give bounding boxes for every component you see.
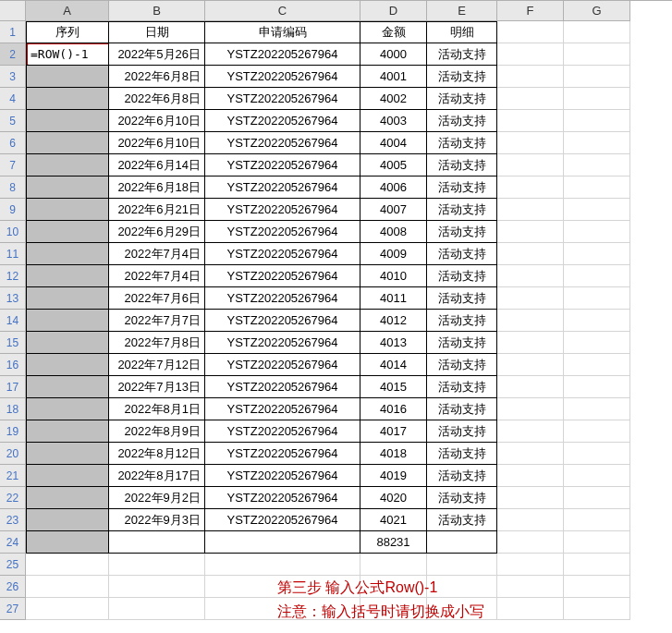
cell-sequence[interactable] <box>26 243 109 265</box>
cell-code[interactable]: YSTZ202205267964 <box>205 509 360 531</box>
cell-code[interactable]: YSTZ202205267964 <box>205 243 360 265</box>
row-header-2[interactable]: 2 <box>0 43 26 66</box>
cell-sequence[interactable] <box>26 531 109 554</box>
cell-detail[interactable] <box>427 531 497 554</box>
cell[interactable] <box>564 221 630 243</box>
cell[interactable] <box>564 199 630 221</box>
cell-sequence[interactable] <box>26 88 109 110</box>
cell-amount[interactable]: 4004 <box>360 132 427 154</box>
cell-detail[interactable]: 活动支持 <box>427 199 497 221</box>
header-cell-detail[interactable]: 明细 <box>427 21 497 43</box>
col-header-G[interactable]: G <box>564 1 630 21</box>
cell[interactable] <box>564 465 630 487</box>
cell-date[interactable]: 2022年6月18日 <box>109 177 205 199</box>
cell[interactable] <box>564 398 630 420</box>
cell[interactable] <box>497 221 564 243</box>
row-header-20[interactable]: 20 <box>0 443 26 465</box>
cell-detail[interactable]: 活动支持 <box>427 154 497 177</box>
row-header-21[interactable]: 21 <box>0 465 26 487</box>
cell-date[interactable]: 2022年6月10日 <box>109 110 205 132</box>
cell-code[interactable]: YSTZ202205267964 <box>205 110 360 132</box>
cell[interactable] <box>564 66 630 88</box>
cell-date[interactable]: 2022年6月8日 <box>109 66 205 88</box>
row-header-25[interactable]: 25 <box>0 554 26 576</box>
cell[interactable] <box>497 287 564 310</box>
cell-detail[interactable]: 活动支持 <box>427 443 497 465</box>
cell-code[interactable]: YSTZ202205267964 <box>205 376 360 398</box>
cell[interactable] <box>564 177 630 199</box>
cell[interactable] <box>497 43 564 66</box>
cell[interactable] <box>564 576 630 598</box>
cell[interactable] <box>109 554 205 576</box>
cell-sequence[interactable] <box>26 376 109 398</box>
cell-detail[interactable]: 活动支持 <box>427 398 497 420</box>
cell-date[interactable]: 2022年6月29日 <box>109 221 205 243</box>
cell-amount[interactable]: 4002 <box>360 88 427 110</box>
cell-code[interactable]: YSTZ202205267964 <box>205 132 360 154</box>
cell[interactable] <box>205 554 360 576</box>
cell[interactable] <box>564 443 630 465</box>
cell-date[interactable]: 2022年8月12日 <box>109 443 205 465</box>
cell-date[interactable]: 2022年7月7日 <box>109 310 205 332</box>
row-header-13[interactable]: 13 <box>0 287 26 310</box>
cell-amount[interactable]: 4007 <box>360 199 427 221</box>
cell[interactable] <box>564 43 630 66</box>
row-header-26[interactable]: 26 <box>0 576 26 598</box>
col-header-F[interactable]: F <box>497 1 564 21</box>
cell[interactable] <box>497 88 564 110</box>
header-cell-code[interactable]: 申请编码 <box>205 21 360 43</box>
cell-sequence[interactable] <box>26 265 109 287</box>
col-header-C[interactable]: C <box>205 1 360 21</box>
cell-code[interactable] <box>205 531 360 554</box>
cell-detail[interactable]: 活动支持 <box>427 287 497 310</box>
cell-sequence[interactable] <box>26 154 109 177</box>
cell[interactable] <box>497 443 564 465</box>
cell-sequence[interactable] <box>26 509 109 531</box>
cell[interactable] <box>564 354 630 376</box>
cell-date[interactable]: 2022年8月17日 <box>109 465 205 487</box>
cell[interactable] <box>26 576 109 598</box>
cell[interactable] <box>564 132 630 154</box>
cell[interactable] <box>497 398 564 420</box>
row-header-27[interactable]: 27 <box>0 598 26 620</box>
cell[interactable] <box>497 132 564 154</box>
cell-date[interactable]: 2022年8月1日 <box>109 398 205 420</box>
cell-detail[interactable]: 活动支持 <box>427 221 497 243</box>
cell-amount[interactable]: 4017 <box>360 420 427 443</box>
cell-date[interactable]: 2022年5月26日 <box>109 43 205 66</box>
cell-date[interactable]: 2022年7月8日 <box>109 332 205 354</box>
cell-date[interactable]: 2022年7月13日 <box>109 376 205 398</box>
cell-date[interactable]: 2022年6月21日 <box>109 199 205 221</box>
header-cell-amount[interactable]: 金额 <box>360 21 427 43</box>
cell[interactable] <box>497 199 564 221</box>
cell[interactable] <box>497 420 564 443</box>
cell[interactable] <box>497 509 564 531</box>
cell-code[interactable]: YSTZ202205267964 <box>205 465 360 487</box>
cell-detail[interactable]: 活动支持 <box>427 509 497 531</box>
cell-date[interactable]: 2022年9月3日 <box>109 509 205 531</box>
cell-sequence[interactable] <box>26 465 109 487</box>
cell[interactable] <box>497 265 564 287</box>
cell-sequence[interactable] <box>26 332 109 354</box>
cell-detail[interactable]: 活动支持 <box>427 110 497 132</box>
cell-detail[interactable]: 活动支持 <box>427 310 497 332</box>
cell-amount[interactable]: 4003 <box>360 110 427 132</box>
row-header-14[interactable]: 14 <box>0 310 26 332</box>
cell-sequence[interactable] <box>26 221 109 243</box>
cell[interactable] <box>497 354 564 376</box>
cell-code[interactable]: YSTZ202205267964 <box>205 443 360 465</box>
cell-detail[interactable]: 活动支持 <box>427 420 497 443</box>
cell-date[interactable] <box>109 531 205 554</box>
cell-detail[interactable]: 活动支持 <box>427 43 497 66</box>
cell[interactable] <box>564 376 630 398</box>
cell[interactable] <box>497 310 564 332</box>
cell-date[interactable]: 2022年7月4日 <box>109 265 205 287</box>
cell-code[interactable]: YSTZ202205267964 <box>205 43 360 66</box>
cell-amount[interactable]: 4015 <box>360 376 427 398</box>
cell-code[interactable]: YSTZ202205267964 <box>205 221 360 243</box>
cell[interactable] <box>564 154 630 177</box>
row-header-5[interactable]: 5 <box>0 110 26 132</box>
cell-code[interactable]: YSTZ202205267964 <box>205 287 360 310</box>
row-header-9[interactable]: 9 <box>0 199 26 221</box>
cell-amount[interactable]: 4013 <box>360 332 427 354</box>
